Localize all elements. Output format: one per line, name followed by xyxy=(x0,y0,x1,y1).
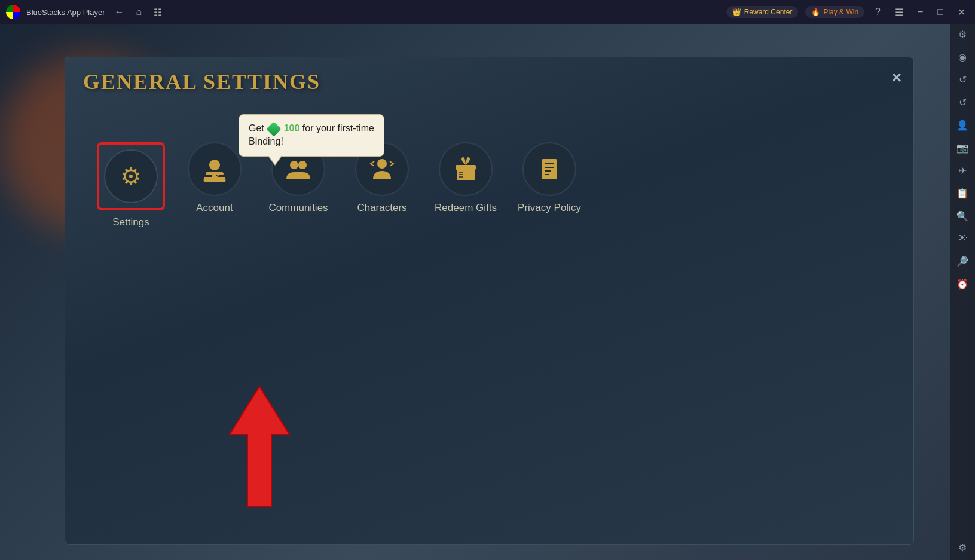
svg-point-6 xyxy=(377,159,387,169)
characters-label: Characters xyxy=(357,202,406,214)
sidebar-icon-1[interactable]: ⚙ xyxy=(952,24,973,44)
title-bar-nav: ← ⌂ ☷ xyxy=(111,5,166,19)
privacy-policy-label: Privacy Policy xyxy=(518,202,581,214)
sidebar-icon-6[interactable]: 📷 xyxy=(952,137,973,158)
menu-button[interactable]: ☰ xyxy=(891,5,907,19)
menu-item-settings[interactable]: ⚙ Settings xyxy=(95,142,167,228)
svg-rect-13 xyxy=(542,159,557,179)
sidebar-icon-12[interactable]: ⏰ xyxy=(952,274,973,294)
sidebar-icon-7[interactable]: ✈ xyxy=(952,160,973,180)
title-bar: BlueStacks App Player ← ⌂ ☷ 👑 Reward Cen… xyxy=(0,0,975,24)
privacy-policy-icon xyxy=(534,154,564,184)
back-button[interactable]: ← xyxy=(111,5,128,19)
title-bar-left: BlueStacks App Player ← ⌂ ☷ xyxy=(6,5,166,19)
svg-point-5 xyxy=(298,161,307,169)
tooltip-text1: Get xyxy=(249,123,267,133)
dialog-close-button[interactable]: × xyxy=(892,68,901,87)
tabs-button[interactable]: ☷ xyxy=(150,5,166,19)
minimize-button[interactable]: − xyxy=(914,5,927,19)
redeem-gifts-icon xyxy=(451,154,481,184)
communities-label: Communities xyxy=(268,202,328,214)
settings-icon: ⚙ xyxy=(120,163,142,190)
app-name: BlueStacks App Player xyxy=(26,8,105,17)
title-bar-right: 👑 Reward Center 🔥 Play & Win ? ☰ − □ ✕ xyxy=(726,5,969,19)
sidebar-icon-9[interactable]: 🔍 xyxy=(952,206,973,226)
account-label: Account xyxy=(196,202,233,214)
svg-point-4 xyxy=(290,161,298,169)
sidebar-icon-2[interactable]: ◉ xyxy=(952,47,973,67)
dialog-title: GENERAL SETTINGS xyxy=(83,69,895,94)
sidebar-icon-5[interactable]: 👤 xyxy=(952,115,973,135)
right-sidebar: ⚙ ◉ ↺ ↺ 👤 📷 ✈ 📋 🔍 👁 🔎 ⏰ ⚙ xyxy=(950,0,975,560)
crown-icon: 👑 xyxy=(732,8,741,16)
close-button[interactable]: ✕ xyxy=(954,5,969,19)
sidebar-icon-8[interactable]: 📋 xyxy=(952,183,973,203)
sidebar-icon-4[interactable]: ↺ xyxy=(952,92,973,112)
sidebar-icon-11[interactable]: 🔎 xyxy=(952,251,973,271)
svg-rect-3 xyxy=(212,176,218,180)
account-icon xyxy=(200,154,230,184)
bluestacks-logo xyxy=(6,5,20,19)
gem-icon xyxy=(267,121,282,136)
fire-icon: 🔥 xyxy=(811,8,820,16)
maximize-button[interactable]: □ xyxy=(934,5,947,19)
menu-item-privacy-policy[interactable]: Privacy Policy xyxy=(514,142,585,214)
sidebar-icon-13[interactable]: ⚙ xyxy=(952,537,973,558)
reward-center-button[interactable]: 👑 Reward Center xyxy=(726,6,799,18)
menu-item-redeem-gifts[interactable]: Redeem Gifts xyxy=(430,142,502,214)
tooltip-bubble: Get 100 for your first-time Binding! xyxy=(239,114,384,157)
game-area: GENERAL SETTINGS × Get 100 for your firs… xyxy=(0,24,950,560)
svg-marker-18 xyxy=(230,387,289,506)
svg-point-0 xyxy=(209,160,220,170)
svg-rect-9 xyxy=(464,165,467,180)
help-button[interactable]: ? xyxy=(872,5,884,19)
communities-icon xyxy=(283,154,313,184)
menu-items: ⚙ Settings xyxy=(83,142,895,228)
settings-label: Settings xyxy=(112,216,149,228)
tooltip-amount: 100 xyxy=(284,123,300,133)
home-button[interactable]: ⌂ xyxy=(133,5,146,19)
red-arrow xyxy=(212,381,307,515)
characters-icon xyxy=(367,154,397,184)
general-settings-dialog: GENERAL SETTINGS × Get 100 for your firs… xyxy=(65,57,914,545)
play-win-button[interactable]: 🔥 Play & Win xyxy=(805,6,864,18)
tooltip-text3: Binding! xyxy=(249,136,283,146)
sidebar-icon-10[interactable]: 👁 xyxy=(952,228,973,249)
tooltip-text2: for your first-time xyxy=(302,123,374,133)
redeem-gifts-label: Redeem Gifts xyxy=(435,202,497,214)
sidebar-icon-3[interactable]: ↺ xyxy=(952,69,973,90)
